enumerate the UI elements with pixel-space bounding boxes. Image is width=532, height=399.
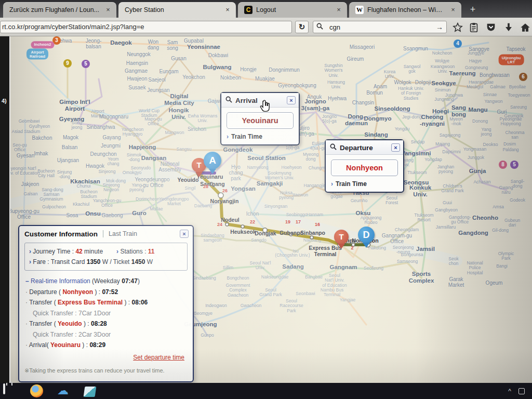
notes-app-icon[interactable] — [84, 384, 98, 398]
screen-bezel-strip: 4) — [0, 36, 10, 383]
travel-minutes-label: 17 — [296, 220, 301, 225]
panel-title: Customer Information — [24, 230, 98, 238]
chevron-right-icon: › — [227, 133, 229, 140]
browser-tab[interactable]: CLogout× — [238, 2, 347, 18]
firefox-icon[interactable] — [30, 384, 44, 398]
bookmark-star-icon[interactable] — [452, 22, 463, 33]
browser-tab[interactable]: Cyber Station× — [118, 2, 236, 18]
departure-train-time-link[interactable]: ›Train Time — [326, 179, 403, 192]
map-station-label[interactable]: Nodeul — [221, 217, 240, 223]
tab-title: Logout — [256, 6, 330, 14]
bezel-marker: 4) — [2, 98, 7, 104]
new-tab-button[interactable]: + — [465, 3, 481, 17]
departure-popup: Departure × Nonhyeon ›Train Time — [325, 139, 404, 193]
browser-tab-bar: Zurück zum Flughafen / Loun...×Cyber Sta… — [0, 0, 532, 18]
tab-favicon-icon: W — [355, 6, 364, 14]
cloud-app-icon[interactable]: ☁ — [57, 384, 71, 398]
travel-minutes-label: 19 — [285, 220, 290, 225]
windows-taskbar: ☁ ^ — [0, 383, 532, 399]
metro-map[interactable]: 4) Arrival × Yeouinaru ›Train Time Depar… — [0, 36, 532, 383]
itinerary-line: Quick Transfer : 2Car 3Door — [25, 329, 187, 340]
itinerary-line: · Departure ( Nonhyeon ) : 07:52 — [25, 287, 187, 298]
tab-title: Zurück zum Flughafen / Loun... — [9, 6, 100, 14]
travel-minutes-label: 26 — [222, 189, 228, 194]
tab-favicon-icon: C — [244, 6, 252, 14]
itinerary-line: · Transfer ( Yeouido ) : 08:28 — [25, 318, 187, 329]
magnifier-icon — [225, 96, 232, 105]
transfer-pin: T — [334, 230, 349, 244]
itinerary-line: · Transfer ( Express Bus Terminal ) : 08… — [25, 297, 187, 308]
arrival-popup-close-icon[interactable]: × — [287, 96, 296, 104]
map-station-label[interactable]: Yeouido — [178, 177, 199, 183]
set-departure-time-row: Set departure time — [19, 352, 193, 361]
travel-minutes-label: 16 — [315, 222, 320, 228]
journey-summary-box: › Journey Time : 42 minute› Stations : 1… — [24, 243, 188, 271]
chevron-right-icon: › — [331, 180, 333, 188]
departure-popup-title: Departure — [340, 144, 391, 152]
reload-button[interactable]: ↻ — [295, 21, 309, 33]
tab-title: Flughafen Incheon – Wiki... — [367, 6, 445, 14]
map-station-label[interactable]: Heukseok — [230, 229, 256, 235]
reading-list-icon[interactable] — [468, 22, 480, 33]
departure-pin: D — [358, 227, 375, 243]
store-icon[interactable] — [3, 384, 17, 398]
system-tray: ^ — [508, 388, 525, 395]
search-icon — [316, 23, 323, 31]
express-train-note: ※Taking the express trains can reduce yo… — [19, 361, 193, 374]
arrival-pin: A — [204, 152, 221, 169]
tab-close-icon[interactable]: × — [449, 6, 457, 14]
last-train-tab[interactable]: Last Train — [103, 230, 137, 237]
departure-popup-close-icon[interactable]: × — [391, 143, 400, 152]
realtime-itinerary: – Real-time Information (Weekday 07:47)·… — [19, 275, 193, 352]
map-station-label[interactable]: Express Bus Terminal — [309, 245, 342, 257]
magnifier-icon — [330, 143, 337, 152]
pocket-icon[interactable] — [485, 22, 497, 33]
tray-square-icon[interactable] — [518, 388, 525, 394]
travel-minutes-label: 22 — [250, 220, 255, 225]
map-station-label[interactable]: Dongjak — [255, 231, 276, 237]
search-bar[interactable]: cgn → — [313, 21, 447, 33]
photographed-screen: Zurück zum Flughafen / Loun...×Cyber Sta… — [0, 0, 532, 399]
tray-chevron-icon[interactable]: ^ — [508, 388, 511, 395]
tab-close-icon[interactable]: × — [223, 6, 232, 14]
travel-minutes-label: 28 — [203, 184, 208, 190]
tab-close-icon[interactable]: × — [335, 6, 343, 14]
home-icon[interactable] — [520, 22, 531, 33]
journey-summary-row: › Fare : Transit Card 1350 W / Ticket 14… — [29, 257, 183, 267]
set-departure-time-link[interactable]: Set departure time — [133, 354, 184, 361]
tab-title: Cyber Station — [125, 6, 219, 14]
search-input-value[interactable]: cgn — [326, 23, 436, 31]
download-icon[interactable] — [503, 22, 514, 33]
arrival-train-time-link[interactable]: ›Train Time — [221, 132, 299, 144]
tab-close-icon[interactable]: × — [104, 6, 112, 14]
itinerary-line: Quick Transfer : 7Car 1Door — [25, 308, 187, 319]
travel-minutes-label: 24 — [217, 222, 222, 228]
customer-information-panel: Customer Information Last Train × › Jour… — [18, 225, 194, 382]
departure-station-button[interactable]: Nonhyeon — [331, 159, 398, 176]
url-bar[interactable]: rt.co.kr/program/cyberStation/main2.jsp?… — [0, 21, 292, 33]
map-station-label[interactable]: Sinbanpo — [300, 230, 325, 236]
search-go-icon[interactable]: → — [436, 23, 443, 31]
itinerary-line: · Arrival( Yeouinaru ) : 08:29 — [25, 340, 187, 351]
map-station-label[interactable]: Noryangjin — [210, 198, 239, 205]
itinerary-line: – Real-time Information (Weekday 07:47) — [25, 276, 187, 287]
panel-close-icon[interactable]: × — [180, 230, 189, 238]
browser-toolbar: rt.co.kr/program/cyberStation/main2.jsp?… — [0, 18, 532, 36]
browser-tab[interactable]: Zurück zum Flughafen / Loun...× — [3, 2, 116, 18]
browser-tab[interactable]: WFlughafen Incheon – Wiki...× — [349, 2, 461, 18]
journey-summary-row: › Journey Time : 42 minute› Stations : 1… — [29, 246, 183, 257]
hand-cursor-icon — [259, 100, 271, 115]
travel-minutes-label: 2 — [351, 246, 353, 251]
